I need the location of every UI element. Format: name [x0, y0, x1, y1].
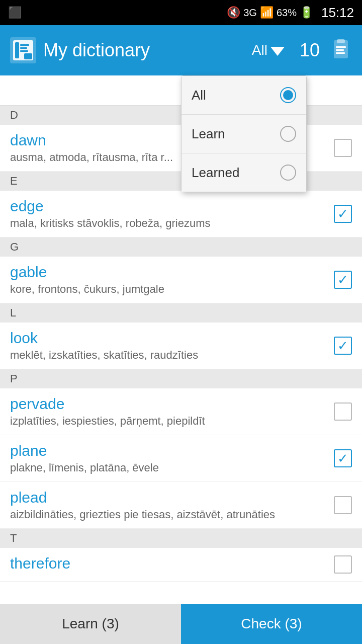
word-translation: meklēt, izskatīties, skatīties, raudzīti… — [10, 349, 329, 362]
word-translation: izplatīties, iespiesties, pārņemt, piepi… — [10, 415, 329, 428]
learn-button-label: Learn (3) — [62, 616, 119, 632]
svg-rect-2 — [15, 42, 19, 58]
word-checkbox[interactable] — [334, 403, 352, 421]
filter-dropdown-button[interactable]: All — [252, 42, 285, 58]
svg-rect-9 — [336, 46, 346, 48]
checkmark-icon: ✓ — [337, 207, 348, 220]
word-content: planeplakne, līmenis, platāna, ēvele — [10, 442, 329, 474]
word-checkbox[interactable]: ✓ — [334, 205, 352, 223]
filter-learn-radio[interactable] — [280, 126, 296, 142]
word-content: therefore — [10, 555, 329, 574]
table-row[interactable]: edgemala, kritisks stāvoklis, robeža, gr… — [0, 191, 362, 237]
signal-icon: 📶 — [260, 6, 274, 19]
word-content: lookmeklēt, izskatīties, skatīties, raud… — [10, 330, 329, 362]
word-checkbox[interactable]: ✓ — [334, 271, 352, 289]
checkmark-icon: ✓ — [337, 452, 348, 465]
word-translation: plakne, līmenis, platāna, ēvele — [10, 461, 329, 474]
clipboard-button[interactable] — [330, 38, 352, 62]
radio-inner — [283, 90, 293, 100]
svg-rect-10 — [336, 49, 344, 51]
checkmark-icon: ✓ — [337, 273, 348, 286]
table-row[interactable]: gablekore, frontons, čukurs, jumtgale✓ — [0, 257, 362, 303]
network-label: 3G — [243, 7, 257, 19]
section-header-T: T — [0, 529, 362, 548]
photo-icon: ⬛ — [8, 6, 22, 19]
word-content: edgemala, kritisks stāvoklis, robeža, gr… — [10, 198, 329, 230]
dropdown-arrow-icon — [270, 47, 285, 56]
header-title: My dictionary — [43, 40, 252, 61]
svg-rect-5 — [20, 50, 28, 52]
svg-rect-4 — [20, 47, 27, 49]
word-checkbox[interactable] — [334, 139, 352, 157]
word-content: gablekore, frontons, čukurs, jumtgale — [10, 264, 329, 296]
filter-label: All — [252, 42, 267, 58]
svg-rect-8 — [337, 39, 345, 43]
word-title: plane — [10, 442, 329, 459]
bottom-bar: Learn (3) Check (3) — [0, 604, 362, 644]
word-title: plead — [10, 489, 329, 506]
filter-all-option[interactable]: All — [182, 76, 306, 115]
word-translation: aizbildināties, griezties pie tiesas, ai… — [10, 508, 329, 521]
status-bar: ⬛ 🔇 3G 📶 63% 🔋 15:12 — [0, 0, 362, 25]
battery-icon: 🔋 — [300, 6, 313, 19]
word-title: therefore — [10, 555, 329, 572]
word-checkbox[interactable]: ✓ — [334, 449, 352, 467]
checkmark-icon: ✓ — [337, 339, 348, 352]
word-checkbox[interactable] — [334, 496, 352, 514]
word-translation: kore, frontons, čukurs, jumtgale — [10, 283, 329, 296]
battery-label: 63% — [277, 7, 297, 19]
status-time: 15:12 — [321, 5, 354, 21]
section-header-L: L — [0, 303, 362, 323]
word-checkbox[interactable] — [334, 555, 352, 574]
table-row[interactable]: pleadaizbildināties, griezties pie tiesa… — [0, 482, 362, 529]
filter-dropdown[interactable]: All Learn Learned — [181, 75, 307, 192]
word-content: pleadaizbildināties, griezties pie tiesa… — [10, 489, 329, 521]
dictionary-icon — [10, 37, 36, 63]
mute-icon: 🔇 — [227, 6, 240, 19]
filter-learn-label: Learn — [192, 126, 225, 142]
table-row[interactable]: lookmeklēt, izskatīties, skatīties, raud… — [0, 323, 362, 369]
svg-rect-6 — [24, 53, 32, 59]
svg-rect-11 — [336, 52, 345, 54]
filter-all-radio[interactable] — [280, 87, 296, 103]
filter-all-label: All — [192, 88, 206, 103]
word-title: look — [10, 330, 329, 347]
learn-button[interactable]: Learn (3) — [0, 604, 181, 644]
word-translation: mala, kritisks stāvoklis, robeža, griezu… — [10, 217, 329, 230]
word-title: edge — [10, 198, 329, 215]
table-row[interactable]: pervadeizplatīties, iespiesties, pārņemt… — [0, 388, 362, 435]
clipboard-icon — [330, 38, 352, 60]
status-icons: 🔇 3G 📶 63% 🔋 — [227, 6, 313, 19]
word-count: 10 — [300, 40, 320, 61]
word-title: pervade — [10, 395, 329, 413]
table-row[interactable]: planeplakne, līmenis, platāna, ēvele✓ — [0, 435, 362, 482]
word-checkbox[interactable]: ✓ — [334, 337, 352, 355]
section-header-G: G — [0, 237, 362, 257]
filter-learned-option[interactable]: Learned — [182, 153, 306, 192]
filter-learned-radio[interactable] — [280, 165, 296, 181]
check-button-label: Check (3) — [241, 616, 302, 632]
section-header-P: P — [0, 369, 362, 388]
svg-rect-3 — [20, 44, 29, 46]
word-title: gable — [10, 264, 329, 281]
header: My dictionary All 10 — [0, 25, 362, 75]
word-content: pervadeizplatīties, iespiesties, pārņemt… — [10, 395, 329, 428]
check-button[interactable]: Check (3) — [181, 604, 362, 644]
table-row[interactable]: therefore — [0, 548, 362, 582]
filter-learn-option[interactable]: Learn — [182, 115, 306, 153]
filter-learned-label: Learned — [192, 165, 239, 181]
